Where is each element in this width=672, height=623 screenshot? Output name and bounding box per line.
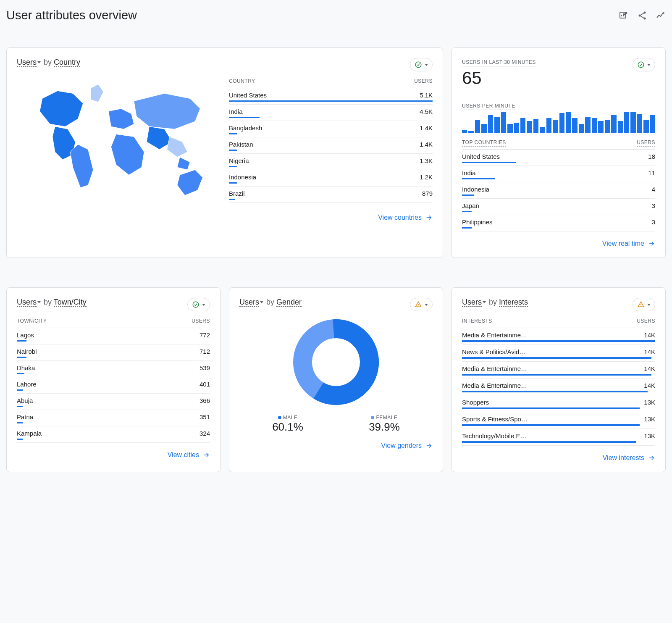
col-header-users: USERS [414,78,433,85]
table-row[interactable]: Lagos772 [17,328,210,344]
table-rows: United States18India11Indonesia4Japan3Ph… [462,150,655,231]
row-bar [17,406,23,407]
card-title[interactable]: Users by Country [17,58,80,67]
row-value: 14K [644,348,655,355]
table-row[interactable]: Media & Entertainme…14K [462,362,655,379]
table-row[interactable]: Nairobi712 [17,344,210,361]
warning-triangle-icon [637,301,645,308]
dimension-label: Gender [276,298,302,307]
table-row[interactable]: Technology/Mobile E…13K [462,429,655,446]
row-name: Indonesia [229,173,256,181]
legend-value: 39.9% [369,421,400,434]
row-bar [229,182,237,184]
view-genders-link[interactable]: View genders [381,442,433,450]
table-row[interactable]: Sports & Fitness/Spo…13K [462,412,655,429]
row-value: 14K [644,365,655,372]
row-value: 879 [422,190,433,197]
page-title: User attributes overview [6,8,137,22]
table-row[interactable]: Philippines3 [462,215,655,231]
row-name: Patna [17,413,33,421]
world-map-chart[interactable] [17,78,220,205]
table-row[interactable]: Dhaka539 [17,361,210,377]
table-row[interactable]: Brazil879 [229,187,433,203]
row-value: 1.3K [420,157,433,164]
link-label: View real time [602,240,644,247]
table-row[interactable]: Bangladesh1.4K [229,121,433,137]
view-interests-link[interactable]: View interests [603,454,655,462]
row-value: 1.4K [420,141,433,148]
table-row[interactable]: Media & Entertainme…14K [462,379,655,395]
table-row[interactable]: Media & Entertainme…14K [462,328,655,345]
arrow-right-icon [425,214,433,221]
row-bar [17,357,26,358]
row-name: India [229,108,243,115]
table-row[interactable]: Lahore401 [17,377,210,394]
table-row[interactable]: Japan3 [462,199,655,215]
card-status-ok[interactable] [187,298,210,311]
legend-female: FEMALE 39.9% [369,415,400,434]
table-row[interactable]: United States18 [462,150,655,166]
by-label: by [44,58,52,66]
card-users-by-gender: Users by Gender MALE 60.1% FEMALE 39.9% … [229,287,443,472]
sparkline-chart [462,112,655,133]
metric-label: Users [17,298,37,307]
card-users-by-interests: Users by Interests INTERESTS USERS Media… [452,287,666,472]
row-name: Sports & Fitness/Spo… [462,415,528,423]
by-label: by [44,298,52,306]
svg-point-4 [415,62,421,68]
row-value: 11 [648,169,655,176]
card-title[interactable]: Users by Gender [239,298,302,307]
card-status-warn[interactable] [633,298,655,311]
link-label: View genders [381,442,422,450]
insights-icon[interactable] [656,11,666,21]
row-value: 5.1K [420,92,433,99]
table-row[interactable]: Nigeria1.3K [229,154,433,170]
table-row[interactable]: Indonesia4 [462,182,655,199]
row-name: Japan [462,202,479,209]
row-name: Shoppers [462,399,489,406]
dimension-label: Country [54,58,80,67]
table-row[interactable]: Pakistan1.4K [229,137,433,154]
view-cities-link[interactable]: View cities [168,451,210,459]
col-header-users: USERS [637,139,655,147]
table-row[interactable]: India11 [462,166,655,182]
customize-report-icon[interactable] [619,11,629,21]
chevron-down-icon [202,304,205,306]
card-realtime: USERS IN LAST 30 MINUTES 65 USERS PER MI… [452,47,666,258]
table-row[interactable]: United States5.1K [229,88,433,105]
arrow-right-icon [425,442,433,450]
row-bar [462,340,655,342]
row-name: Abuja [17,397,33,404]
col-header-country: COUNTRY [229,78,255,85]
row-name: Nairobi [17,348,37,355]
row-name: Media & Entertainme… [462,365,527,372]
card-status-ok[interactable] [410,58,433,71]
view-realtime-link[interactable]: View real time [602,240,655,247]
card-status-ok[interactable] [633,58,655,71]
row-bar [229,100,433,102]
view-countries-link[interactable]: View countries [378,214,433,221]
table-row[interactable]: Indonesia1.2K [229,170,433,187]
table-row[interactable]: India4.5K [229,105,433,121]
table-row[interactable]: Kampala324 [17,426,210,443]
chevron-down-icon [483,301,486,303]
card-title[interactable]: Users by Interests [462,298,528,307]
arrow-right-icon [648,240,655,247]
card-title[interactable]: Users by Town/City [17,298,87,307]
card-status-warn[interactable] [410,298,433,311]
row-value: 366 [200,397,210,404]
table-row[interactable]: Shoppers13K [462,395,655,412]
realtime-user-count: 65 [462,68,536,88]
table-row[interactable]: News & Politics/Avid…14K [462,345,655,362]
row-bar [462,195,474,196]
row-bar [462,391,648,392]
table-row[interactable]: Abuja366 [17,394,210,410]
svg-point-5 [638,62,644,68]
check-circle-icon [637,61,645,68]
share-icon[interactable] [637,11,647,21]
table-row[interactable]: Patna351 [17,410,210,426]
by-label: by [489,298,497,306]
table-rows: Lagos772Nairobi712Dhaka539Lahore401Abuja… [17,328,210,443]
row-bar [229,166,237,167]
chevron-down-icon [647,64,651,66]
